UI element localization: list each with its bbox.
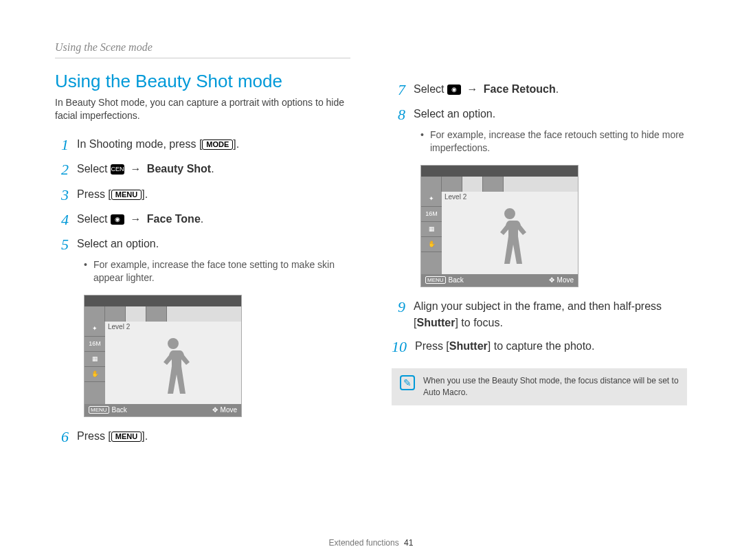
lcd-preview-face-retouch: ✦ 16M ▦ ✋ Level 2 MENUBack ✥Move bbox=[420, 165, 578, 287]
step-1-text-b: ]. bbox=[233, 138, 239, 150]
step-number: 7 bbox=[392, 81, 405, 99]
step-4-text-a: Select bbox=[77, 213, 111, 225]
note-box: ✎ When you use the Beauty Shot mode, the… bbox=[392, 368, 687, 405]
step-number: 6 bbox=[55, 428, 69, 446]
step-number: 9 bbox=[392, 298, 405, 316]
note-icon: ✎ bbox=[400, 375, 415, 390]
menu-button-icon: MENU bbox=[111, 190, 142, 200]
step-1-text-a: In Shooting mode, press [ bbox=[77, 138, 202, 150]
step-number: 4 bbox=[55, 211, 69, 229]
arrow-icon: → bbox=[127, 213, 144, 225]
lcd-move-label: Move bbox=[557, 276, 574, 284]
step-5-bullet: For example, increase the face tone sett… bbox=[84, 258, 350, 285]
lcd-side-icon: ✦ bbox=[85, 322, 105, 337]
footer-page-number: 41 bbox=[404, 538, 413, 548]
intro-text: In Beauty Shot mode, you can capture a p… bbox=[55, 96, 350, 122]
step-1: 1 In Shooting mode, press [MODE]. bbox=[55, 136, 350, 154]
step-2-text-a: Select bbox=[77, 163, 111, 175]
lcd-side-icon: ▦ bbox=[421, 222, 442, 237]
lcd-back-btn-icon: MENU bbox=[89, 406, 109, 414]
page-footer: Extended functions 41 bbox=[0, 538, 742, 548]
lcd-level-label: Level 2 bbox=[108, 323, 130, 331]
step-8-text: Select an option. bbox=[414, 106, 687, 122]
scene-icon: SCENE bbox=[111, 164, 124, 175]
lcd-side-icon: 16M bbox=[421, 207, 442, 222]
step-7-text-c: . bbox=[556, 83, 559, 95]
step-7-bold: Face Retouch bbox=[484, 83, 556, 95]
section-title: Using the Beauty Shot mode bbox=[55, 71, 350, 92]
lcd-move-label: Move bbox=[221, 406, 237, 414]
step-10: 10 Press [Shutter] to capture the photo. bbox=[392, 338, 687, 356]
step-4-bold: Face Tone bbox=[147, 213, 201, 225]
lcd-back-btn-icon: MENU bbox=[425, 276, 446, 284]
step-9: 9 Align your subject in the frame, and t… bbox=[392, 298, 687, 331]
lcd-side-icon: 16M bbox=[85, 337, 105, 352]
breadcrumb: Using the Scene mode bbox=[55, 41, 350, 58]
mode-button-icon: MODE bbox=[202, 139, 233, 150]
step-2: 2 Select SCENE → Beauty Shot. bbox=[55, 161, 350, 179]
person-silhouette-icon bbox=[149, 335, 197, 404]
lcd-side-icon: ✦ bbox=[421, 192, 442, 207]
lcd-back-label: Back bbox=[449, 276, 464, 284]
step-5: 5 Select an option. bbox=[55, 236, 350, 254]
step-2-text-c: . bbox=[211, 163, 214, 175]
step-5-text: Select an option. bbox=[77, 236, 350, 252]
step-3: 3 Press [MENU]. bbox=[55, 186, 350, 204]
step-6-text-b: ]. bbox=[142, 430, 148, 442]
step-10-bold: Shutter bbox=[449, 340, 488, 352]
note-text: When you use the Beauty Shot mode, the f… bbox=[423, 375, 679, 399]
camera-icon: ◉ bbox=[111, 214, 124, 225]
step-number: 3 bbox=[55, 186, 69, 204]
lcd-side-icon: ✋ bbox=[421, 237, 442, 252]
lcd-side-icon: ▦ bbox=[85, 352, 105, 367]
person-silhouette-icon bbox=[486, 205, 534, 274]
step-6: 6 Press [MENU]. bbox=[55, 428, 350, 446]
step-9-bold: Shutter bbox=[416, 317, 455, 328]
lcd-preview-face-tone: ✦ 16M ▦ ✋ Level 2 MENUBack ✥Move bbox=[84, 295, 242, 417]
lcd-move-icon: ✥ bbox=[212, 406, 218, 414]
lcd-back-label: Back bbox=[112, 406, 127, 414]
step-3-text-b: ]. bbox=[142, 188, 148, 200]
step-number: 2 bbox=[55, 161, 69, 179]
lcd-move-icon: ✥ bbox=[549, 276, 554, 284]
step-6-text-a: Press [ bbox=[77, 430, 111, 442]
camera-icon: ◉ bbox=[447, 85, 461, 95]
step-8: 8 Select an option. bbox=[392, 106, 687, 124]
step-4-text-c: . bbox=[201, 213, 203, 225]
step-number: 8 bbox=[392, 106, 405, 124]
step-10-text-a: Press [ bbox=[415, 340, 449, 352]
step-3-text-a: Press [ bbox=[77, 188, 111, 200]
step-7: 7 Select ◉ → Face Retouch. bbox=[392, 81, 687, 99]
lcd-side-icon: ✋ bbox=[85, 367, 105, 382]
step-number: 1 bbox=[55, 136, 69, 154]
arrow-icon: → bbox=[464, 83, 480, 95]
step-9-text-c: ] to focus. bbox=[455, 317, 502, 328]
step-4: 4 Select ◉ → Face Tone. bbox=[55, 211, 350, 229]
step-number: 10 bbox=[392, 338, 407, 356]
step-number: 5 bbox=[55, 236, 69, 254]
step-10-text-c: ] to capture the photo. bbox=[488, 340, 595, 352]
step-7-text-a: Select bbox=[414, 83, 447, 95]
arrow-icon: → bbox=[127, 163, 144, 175]
menu-button-icon: MENU bbox=[111, 432, 142, 442]
footer-section: Extended functions bbox=[329, 538, 399, 548]
step-2-bold: Beauty Shot bbox=[147, 163, 211, 175]
lcd-level-label: Level 2 bbox=[445, 193, 466, 201]
step-8-bullet: For example, increase the face retouch s… bbox=[420, 128, 687, 155]
